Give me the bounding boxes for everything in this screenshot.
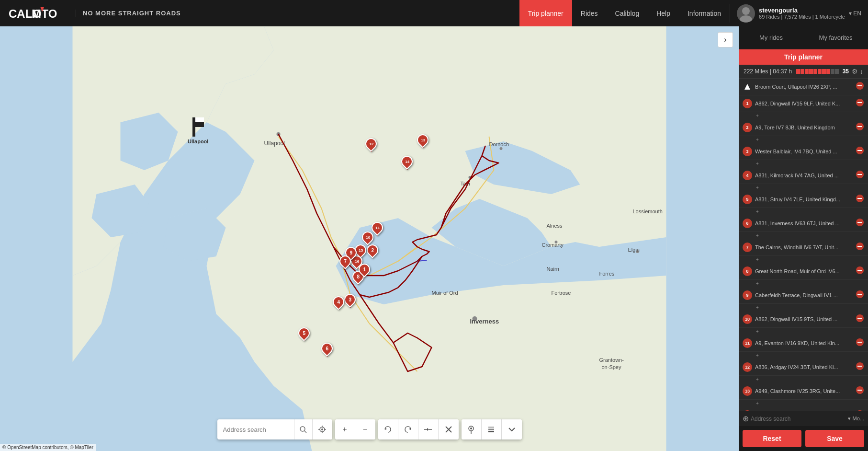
split-route-button[interactable] <box>418 419 439 439</box>
address-search-input[interactable] <box>217 426 294 433</box>
stats-bar: 222 Miles | 04:37 h 35 ⚙ ↓ <box>739 65 868 79</box>
add-waypoint-button[interactable]: + <box>739 232 868 239</box>
waypoint-remove-button[interactable] <box>856 266 864 277</box>
waypoint-remove-button[interactable] <box>856 81 864 92</box>
map-marker-14[interactable]: 14 <box>401 156 413 171</box>
waypoint-row[interactable]: 13A949, Clashmore IV25 3RG, Unite... <box>739 383 868 400</box>
waypoint-row[interactable]: 1A862, Dingwall IV15 9LF, United K... <box>739 95 868 112</box>
add-waypoint-button[interactable]: + <box>739 184 868 191</box>
waypoint-row[interactable]: 7The Cairns, Windhill IV6 7AT, Unit... <box>739 239 868 256</box>
more-options-button[interactable] <box>502 419 522 439</box>
waypoint-remove-button[interactable] <box>856 194 864 205</box>
nav-trip-planner[interactable]: Trip planner <box>519 0 572 26</box>
waypoint-remove-button[interactable] <box>856 314 864 324</box>
svg-rect-59 <box>857 150 862 151</box>
waypoint-remove-button[interactable] <box>856 290 864 301</box>
address-search-field[interactable] <box>751 416 846 422</box>
nav-rides[interactable]: Rides <box>572 0 607 26</box>
svg-point-30 <box>300 427 305 431</box>
more-waypoints-button[interactable]: ▾ Mo... <box>848 416 864 422</box>
waypoint-row[interactable]: 14Edderton, IV19 1LF, United Kingd... <box>739 407 868 411</box>
svg-rect-61 <box>857 174 862 175</box>
map-marker-7[interactable]: 7 <box>339 255 351 271</box>
svg-rect-73 <box>857 318 862 319</box>
add-waypoint-button[interactable]: + <box>739 328 868 335</box>
waypoints-list: Broom Court, Ullapool IV26 2XP, ...1A862… <box>739 79 868 411</box>
map-marker-6[interactable]: 6 <box>321 343 333 358</box>
zoom-out-button[interactable]: − <box>355 419 375 439</box>
svg-point-33 <box>321 428 323 430</box>
waypoint-row[interactable]: 6A831, Inverness IV63 6TJ, United ... <box>739 215 868 232</box>
locate-button[interactable] <box>312 419 332 439</box>
map-marker-4[interactable]: 4 <box>332 296 345 312</box>
waypoint-row[interactable]: Broom Court, Ullapool IV26 2XP, ... <box>739 79 868 95</box>
svg-rect-27 <box>192 117 195 137</box>
add-waypoint-button[interactable]: + <box>739 376 868 383</box>
waypoint-remove-button[interactable] <box>856 146 864 157</box>
waypoint-text: A831, Struy IV4 7LE, United Kingd... <box>755 197 853 202</box>
waypoint-row[interactable]: 10A862, Dingwall IV15 9TS, United ... <box>739 311 868 328</box>
reset-button[interactable]: Reset <box>743 430 801 447</box>
save-button[interactable]: Save <box>805 430 864 447</box>
add-waypoint-button[interactable]: + <box>739 400 868 407</box>
lang-selector[interactable]: ▾ EN <box>849 10 861 17</box>
waypoint-remove-button[interactable] <box>856 122 864 133</box>
waypoint-row[interactable]: 2A9, Tore IV7 8JB, United Kingdom <box>739 119 868 136</box>
map-marker-2[interactable]: 2 <box>366 244 379 260</box>
waypoint-remove-button[interactable] <box>856 218 864 229</box>
add-address-icon[interactable]: ⊕ <box>743 414 749 423</box>
svg-marker-42 <box>427 428 429 431</box>
waypoint-row[interactable]: 12A836, Ardgay IV24 3BT, United Ki... <box>739 359 868 376</box>
nav-caliblog[interactable]: Caliblog <box>607 0 648 26</box>
map-marker-12[interactable]: 12 <box>365 138 377 153</box>
nav-help[interactable]: Help <box>648 0 679 26</box>
waypoint-number-icon: 8 <box>743 266 752 276</box>
waypoint-remove-button[interactable] <box>856 338 864 348</box>
undo-button[interactable] <box>378 419 398 439</box>
map-expand-button[interactable]: › <box>718 32 733 47</box>
waypoint-row[interactable]: 11A9, Evanton IV16 9XD, United Kin... <box>739 335 868 352</box>
add-waypoint-button[interactable]: + <box>739 304 868 311</box>
add-waypoint-button[interactable]: + <box>739 160 868 167</box>
tagline: NO MORE STRAIGHT ROADS <box>76 10 181 17</box>
waypoint-row[interactable]: 5A831, Struy IV4 7LE, United Kingd... <box>739 191 868 208</box>
my-favorites-tab[interactable]: My favorites <box>803 26 868 49</box>
map-marker-3[interactable]: 3 <box>344 294 356 309</box>
add-waypoint-button[interactable]: + <box>739 208 868 215</box>
layers-button[interactable] <box>482 419 502 439</box>
delete-route-button[interactable] <box>439 419 459 439</box>
add-waypoint-button[interactable]: + <box>739 280 868 287</box>
redo-button[interactable] <box>398 419 418 439</box>
waypoint-row[interactable]: 4A831, Kilmorack IV4 7AG, United ... <box>739 167 868 184</box>
waypoint-remove-button[interactable] <box>856 170 864 181</box>
add-pin-button[interactable] <box>462 419 482 439</box>
waypoint-row[interactable]: 3Wester Balblair, IV4 7BQ, United ... <box>739 143 868 160</box>
add-waypoint-button[interactable]: + <box>739 256 868 263</box>
waypoint-remove-button[interactable] <box>856 386 864 396</box>
svg-rect-71 <box>857 294 862 295</box>
user-area[interactable]: stevengourla 69 Rides | 7,572 Miles | 1 … <box>730 4 868 23</box>
svg-text:Nairn: Nairn <box>547 266 559 272</box>
download-icon[interactable]: ↓ <box>860 68 863 75</box>
add-waypoint-button[interactable]: + <box>739 352 868 359</box>
my-rides-tab[interactable]: My rides <box>739 26 803 49</box>
search-button[interactable] <box>294 419 312 439</box>
waypoint-row[interactable]: 9Caberfeidh Terrace, Dingwall IV1 ... <box>739 287 868 304</box>
avatar <box>737 4 755 23</box>
waypoint-remove-button[interactable] <box>856 98 864 109</box>
waypoint-remove-button[interactable] <box>856 242 864 253</box>
svg-text:Lossiemouth: Lossiemouth <box>633 208 663 214</box>
map-marker-5[interactable]: 5 <box>298 327 310 343</box>
add-waypoint-button[interactable]: + <box>739 136 868 143</box>
map-area[interactable]: Ullapool Dornoch Tain Alness Cromarty In… <box>0 26 739 451</box>
map-marker-1[interactable]: 1 <box>358 264 371 279</box>
settings-icon[interactable]: ⚙ <box>852 68 858 75</box>
waypoint-remove-button[interactable] <box>856 362 864 372</box>
trip-planner-header: Trip planner <box>739 49 868 65</box>
nav-information[interactable]: Information <box>679 0 730 26</box>
panel-bottom-buttons: Reset Save <box>739 426 868 451</box>
add-waypoint-button[interactable]: + <box>739 112 868 119</box>
zoom-in-button[interactable]: + <box>335 419 355 439</box>
waypoint-row[interactable]: 8Great North Road, Muir of Ord IV6... <box>739 263 868 280</box>
map-marker-13[interactable]: 13 <box>417 134 429 150</box>
